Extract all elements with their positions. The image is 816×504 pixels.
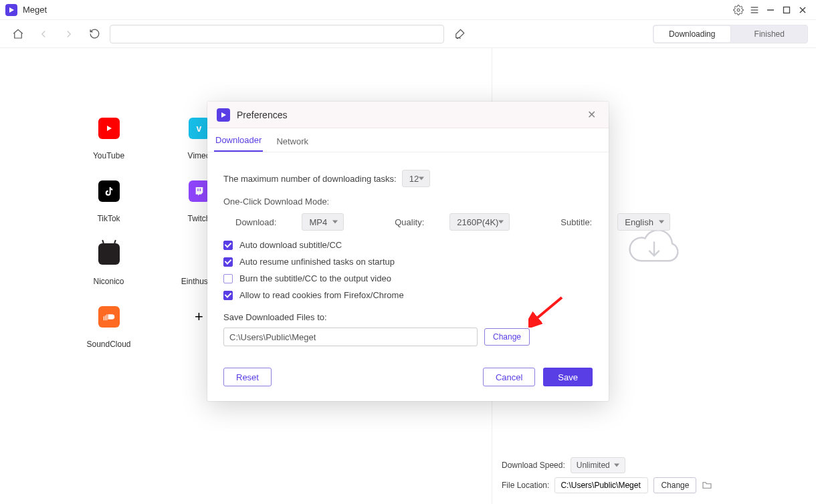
site-tiktok[interactable]: TikTok bbox=[80, 180, 137, 223]
site-label: Niconico bbox=[93, 277, 124, 286]
download-format-label: Download: bbox=[235, 217, 276, 227]
download-format-select[interactable]: MP4 bbox=[302, 213, 344, 231]
tab-network[interactable]: Network bbox=[275, 131, 310, 152]
svg-rect-12 bbox=[106, 314, 107, 320]
site-label: YouTube bbox=[93, 151, 124, 160]
checkbox-icon bbox=[223, 291, 233, 300]
checkbox-auto-resume[interactable]: Auto resume unfinished tasks on startup bbox=[223, 257, 593, 267]
svg-marker-13 bbox=[221, 112, 226, 118]
panel-tabs: Downloading Finished bbox=[653, 25, 808, 43]
location-input[interactable] bbox=[554, 477, 648, 493]
plus-icon: + bbox=[189, 306, 210, 328]
refresh-button[interactable] bbox=[84, 24, 104, 44]
tab-downloading[interactable]: Downloading bbox=[654, 26, 731, 42]
menu-icon[interactable] bbox=[746, 2, 762, 18]
location-change-button[interactable]: Change bbox=[653, 477, 696, 493]
checkbox-auto-subtitle[interactable]: Auto download subtitle/CC bbox=[223, 240, 593, 250]
reset-button[interactable]: Reset bbox=[223, 368, 272, 386]
quality-select[interactable]: 2160P(4K) bbox=[449, 213, 510, 231]
title-bar: Meget bbox=[0, 0, 816, 20]
dialog-footer: Reset Cancel Save bbox=[207, 357, 609, 401]
app-icon bbox=[217, 108, 230, 122]
speed-select[interactable]: Unlimited bbox=[571, 457, 625, 473]
close-button[interactable] bbox=[795, 2, 811, 18]
minimize-button[interactable] bbox=[762, 2, 779, 18]
checkbox-icon bbox=[223, 257, 233, 267]
max-tasks-label: The maximum number of downloading tasks: bbox=[223, 174, 397, 184]
quality-label: Quality: bbox=[395, 217, 424, 227]
folder-icon[interactable] bbox=[702, 480, 712, 491]
subtitle-select[interactable]: English bbox=[617, 213, 670, 231]
save-path-label: Save Downloaded Files to: bbox=[223, 312, 593, 322]
svg-point-1 bbox=[737, 9, 740, 11]
oneclick-header: One-Click Download Mode: bbox=[223, 197, 593, 207]
svg-rect-10 bbox=[103, 316, 104, 320]
back-button[interactable] bbox=[33, 24, 54, 44]
download-footer: Download Speed: Unlimited File Location:… bbox=[492, 448, 816, 504]
settings-icon[interactable] bbox=[730, 2, 746, 18]
site-niconico[interactable]: Niconico bbox=[80, 243, 137, 286]
tab-downloader[interactable]: Downloader bbox=[214, 130, 263, 152]
site-label: SoundCloud bbox=[86, 340, 130, 349]
save-path-input[interactable] bbox=[223, 328, 478, 346]
subtitle-format-label: Subtitle: bbox=[560, 217, 592, 227]
toolbar: Downloading Finished bbox=[0, 20, 816, 48]
dialog-title: Preferences bbox=[237, 110, 287, 120]
app-icon bbox=[5, 4, 17, 16]
checkbox-icon bbox=[223, 241, 233, 250]
url-input[interactable] bbox=[110, 25, 444, 43]
maximize-button[interactable] bbox=[779, 2, 795, 18]
app-title: Meget bbox=[23, 5, 47, 15]
svg-rect-11 bbox=[105, 316, 106, 321]
site-soundcloud[interactable]: SoundCloud bbox=[80, 306, 137, 349]
preferences-dialog: Preferences ✕ Downloader Network The max… bbox=[207, 102, 609, 401]
cancel-button[interactable]: Cancel bbox=[483, 368, 535, 386]
tab-finished[interactable]: Finished bbox=[732, 25, 808, 43]
speed-label: Download Speed: bbox=[502, 461, 565, 470]
checkbox-icon bbox=[223, 274, 233, 283]
forward-button[interactable] bbox=[59, 24, 79, 44]
dialog-body: The maximum number of downloading tasks:… bbox=[207, 152, 609, 357]
dialog-tabs: Downloader Network bbox=[207, 128, 609, 152]
checkbox-burn-subtitle[interactable]: Burn the subtitle/CC to the output video bbox=[223, 273, 593, 283]
close-icon[interactable]: ✕ bbox=[583, 107, 599, 123]
save-button[interactable]: Save bbox=[543, 368, 593, 386]
dialog-header: Preferences ✕ bbox=[207, 102, 609, 128]
max-tasks-select[interactable]: 12 bbox=[402, 170, 430, 187]
location-label: File Location: bbox=[502, 481, 549, 490]
svg-marker-9 bbox=[107, 126, 112, 131]
brush-icon[interactable] bbox=[449, 24, 470, 44]
home-button[interactable] bbox=[8, 24, 28, 44]
site-label: TikTok bbox=[97, 214, 120, 223]
svg-marker-0 bbox=[9, 7, 14, 13]
svg-rect-6 bbox=[784, 7, 790, 13]
site-youtube[interactable]: YouTube bbox=[80, 118, 137, 160]
change-path-button[interactable]: Change bbox=[484, 328, 530, 346]
checkbox-allow-cookies[interactable]: Allow to read cookies from Firefox/Chrom… bbox=[223, 290, 593, 300]
